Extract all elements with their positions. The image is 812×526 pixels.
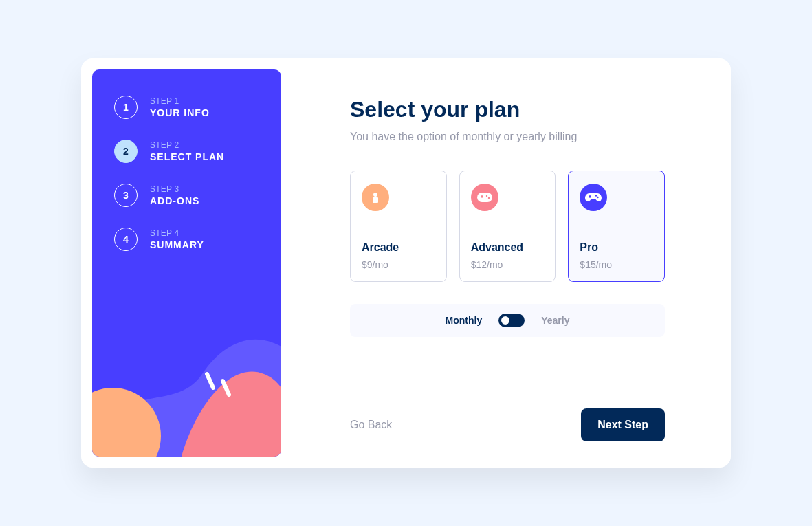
svg-rect-6 (477, 193, 492, 202)
toggle-knob (501, 316, 509, 325)
plan-arcade[interactable]: Arcade $9/mo (350, 171, 447, 282)
step-title: SUMMARY (150, 239, 204, 250)
billing-toggle-bar: Monthly Yearly (350, 304, 665, 337)
plan-name: Arcade (362, 241, 435, 254)
svg-point-0 (92, 388, 161, 457)
plan-price: $12/mo (471, 259, 545, 270)
form-card: 1 STEP 1 YOUR INFO 2 STEP 2 SELECT PLAN … (81, 58, 731, 468)
step-label: STEP 3 (150, 184, 199, 194)
billing-toggle[interactable] (498, 314, 525, 327)
step-title: ADD-ONS (150, 195, 199, 206)
step-number: 4 (114, 228, 138, 251)
plan-advanced[interactable]: Advanced $12/mo (459, 171, 556, 282)
svg-point-10 (487, 197, 489, 199)
plans-row: Arcade $9/mo Advanced $12/mo (350, 171, 665, 282)
step-text: STEP 2 SELECT PLAN (150, 140, 224, 162)
page-title: Select your plan (350, 97, 665, 122)
svg-rect-12 (590, 195, 591, 198)
plan-name: Advanced (471, 241, 545, 254)
step-number: 2 (114, 140, 138, 163)
plan-pro[interactable]: Pro $15/mo (568, 171, 665, 282)
advanced-icon (471, 184, 498, 211)
step-label: STEP 4 (150, 228, 204, 238)
svg-point-13 (595, 195, 597, 196)
go-back-button[interactable]: Go Back (350, 419, 392, 431)
step-summary[interactable]: 4 STEP 4 SUMMARY (114, 228, 259, 251)
step-label: STEP 1 (150, 96, 210, 106)
step-your-info[interactable]: 1 STEP 1 YOUR INFO (114, 96, 259, 119)
arcade-icon (362, 184, 389, 211)
pro-icon (580, 184, 607, 211)
step-number: 3 (114, 184, 138, 207)
main-content: Select your plan You have the option of … (295, 69, 720, 457)
step-text: STEP 3 ADD-ONS (150, 184, 199, 206)
sidebar: 1 STEP 1 YOUR INFO 2 STEP 2 SELECT PLAN … (92, 69, 281, 457)
svg-point-9 (485, 195, 487, 197)
step-number: 1 (114, 96, 138, 119)
step-add-ons[interactable]: 3 STEP 3 ADD-ONS (114, 184, 259, 207)
next-step-button[interactable]: Next Step (581, 408, 665, 441)
step-title: YOUR INFO (150, 107, 210, 118)
step-text: STEP 4 SUMMARY (150, 228, 204, 250)
svg-point-14 (597, 197, 599, 198)
step-label: STEP 2 (150, 140, 224, 150)
plan-price: $15/mo (580, 259, 653, 270)
step-text: STEP 1 YOUR INFO (150, 96, 210, 118)
page-subtitle: You have the option of monthly or yearly… (350, 131, 665, 143)
svg-rect-5 (375, 196, 376, 199)
step-select-plan[interactable]: 2 STEP 2 SELECT PLAN (114, 140, 259, 163)
plan-price: $9/mo (362, 259, 435, 270)
step-title: SELECT PLAN (150, 151, 224, 162)
billing-monthly-label[interactable]: Monthly (446, 315, 483, 326)
plan-name: Pro (580, 241, 653, 254)
billing-yearly-label[interactable]: Yearly (541, 315, 569, 326)
sidebar-decoration (92, 250, 281, 457)
steps-list: 1 STEP 1 YOUR INFO 2 STEP 2 SELECT PLAN … (114, 96, 259, 251)
svg-rect-8 (481, 195, 483, 198)
footer-nav: Go Back Next Step (350, 408, 665, 446)
